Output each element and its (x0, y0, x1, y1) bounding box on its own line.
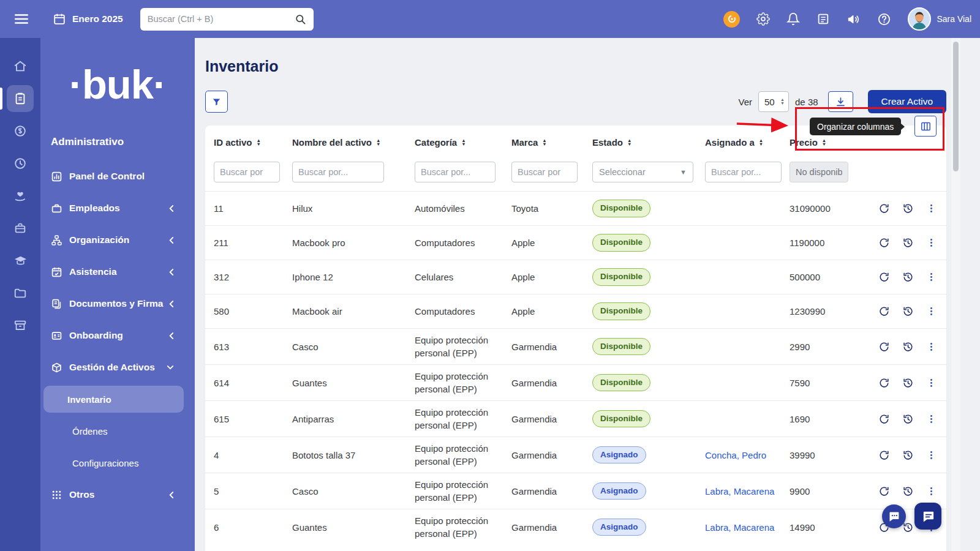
sidebar-item-empleados[interactable]: Empleados (40, 192, 195, 224)
menu-toggle-button[interactable] (13, 11, 29, 27)
assigned-link[interactable]: Labra, Macarena (705, 522, 774, 533)
sidebar-subitem-ordenes[interactable]: Órdenes (40, 415, 195, 447)
kebab-icon (926, 341, 937, 353)
rail-item-time[interactable] (7, 150, 34, 177)
row-menu-button[interactable] (926, 203, 937, 214)
period-selector[interactable]: Enero 2025 (53, 12, 123, 26)
rail-item-payroll[interactable] (7, 118, 34, 144)
chat-widget-button[interactable] (882, 504, 906, 528)
filter-categoria-input[interactable] (415, 162, 496, 182)
hamburger-icon (13, 11, 29, 27)
rail-item-home[interactable] (7, 53, 34, 80)
cell-brand: Toyota (511, 197, 592, 220)
history-button[interactable] (902, 203, 914, 214)
sidebar-subitem-inventario[interactable]: Inventario (43, 386, 184, 413)
help-button[interactable] (877, 12, 891, 26)
sidebar-item-organizacion[interactable]: Organización (40, 224, 195, 256)
rail-item-benefits[interactable] (7, 182, 34, 209)
history-button[interactable] (902, 305, 914, 317)
organize-columns-button[interactable] (914, 116, 937, 137)
sidebar-subitem-configuraciones[interactable]: Configuraciones (40, 447, 195, 479)
refresh-icon (878, 341, 890, 353)
refresh-button[interactable] (878, 449, 890, 461)
filter-button[interactable] (205, 91, 228, 113)
history-button[interactable] (902, 377, 914, 389)
help-widget-button[interactable] (914, 503, 941, 530)
row-menu-button[interactable] (926, 413, 937, 425)
row-menu-button[interactable] (926, 237, 937, 249)
row-menu-button[interactable] (926, 305, 937, 317)
refresh-button[interactable] (878, 237, 890, 249)
refresh-button[interactable] (878, 341, 890, 353)
announcements-button[interactable] (846, 12, 861, 26)
sidebar-item-onboarding[interactable]: Onboarding (40, 320, 195, 351)
row-menu-button[interactable] (926, 377, 937, 389)
sort-icon: ▲▼ (461, 139, 466, 146)
scrollbar-thumb[interactable] (953, 42, 959, 171)
cell-category: Equipo protección personal (EPP) (415, 509, 511, 545)
status-badge: Disponible (592, 268, 650, 286)
history-button[interactable] (902, 522, 914, 533)
topbar-actions: Sara Vial (723, 7, 971, 31)
sidebar-item-asistencia[interactable]: Asistencia (40, 256, 195, 288)
history-button[interactable] (902, 485, 914, 497)
col-header-asignado[interactable]: Asignado a▲▼ (705, 137, 790, 148)
col-header-id[interactable]: ID activo▲▼ (214, 137, 292, 148)
history-button[interactable] (902, 271, 914, 283)
row-menu-button[interactable] (926, 449, 937, 461)
row-menu-button[interactable] (926, 271, 937, 283)
sidebar-item-panel-de-control[interactable]: Panel de Control (40, 160, 195, 192)
rail-item-assets[interactable] (7, 85, 34, 112)
refresh-button[interactable] (878, 377, 890, 389)
chevron-left-icon (168, 236, 174, 244)
refresh-button[interactable] (878, 413, 890, 425)
page-size-value: 50 (764, 97, 775, 107)
inventory-table: ID activo▲▼ Nombre del activo▲▼ Categorí… (205, 126, 946, 551)
user-menu[interactable]: Sara Vial (908, 7, 971, 31)
settings-button[interactable] (756, 12, 770, 26)
attendance-icon (51, 267, 62, 277)
row-menu-button[interactable] (926, 485, 937, 497)
rail-item-training[interactable] (7, 247, 34, 274)
refresh-button[interactable] (878, 305, 890, 317)
sidebar-item-gestion-de-activos[interactable]: Gestión de Activos (40, 351, 195, 383)
rail-item-talent[interactable] (7, 215, 34, 242)
assigned-link[interactable]: Concha, Pedro (705, 450, 766, 460)
rail-item-archive[interactable] (7, 312, 34, 339)
notifications-button[interactable] (786, 12, 800, 26)
search-input[interactable] (148, 14, 295, 24)
history-button[interactable] (902, 413, 914, 425)
filter-estado-select[interactable]: Seleccionar▼ (592, 162, 693, 182)
cell-price: 31090000 (790, 197, 878, 220)
col-header-estado[interactable]: Estado▲▼ (592, 137, 705, 148)
history-button[interactable] (902, 449, 914, 461)
sidebar-item-otros[interactable]: Otros (40, 479, 195, 511)
assigned-link[interactable]: Labra, Macarena (705, 486, 774, 497)
refresh-button[interactable] (878, 203, 890, 214)
page-title: Inventario (205, 58, 946, 75)
filter-asignado-input[interactable] (705, 162, 782, 182)
filter-nombre-input[interactable] (292, 162, 384, 182)
rewards-button[interactable] (723, 11, 740, 28)
col-header-precio[interactable]: Precio▲▼ (790, 137, 878, 148)
filter-marca-input[interactable] (511, 162, 578, 182)
refresh-button[interactable] (878, 271, 890, 283)
documents-icon (51, 299, 62, 309)
refresh-button[interactable] (878, 485, 890, 497)
col-header-marca[interactable]: Marca▲▼ (511, 137, 592, 148)
page-size-select[interactable]: 50 ▲▼ (758, 91, 789, 112)
col-header-nombre[interactable]: Nombre del activo▲▼ (292, 137, 415, 148)
scrollbar-track[interactable] (951, 38, 960, 551)
row-menu-button[interactable] (926, 341, 937, 353)
history-button[interactable] (902, 341, 914, 353)
create-asset-button[interactable]: Crear Activo (868, 90, 946, 113)
cell-price: 39990 (790, 444, 878, 467)
download-button[interactable] (828, 91, 853, 112)
rail-item-files[interactable] (7, 280, 34, 307)
col-header-categoria[interactable]: Categoría▲▼ (415, 137, 511, 148)
search-icon[interactable] (295, 13, 306, 25)
news-button[interactable] (816, 12, 830, 26)
filter-id-input[interactable] (214, 162, 280, 182)
sidebar-item-documentos-y-firma[interactable]: Documentos y Firma (40, 288, 195, 320)
history-button[interactable] (902, 237, 914, 249)
